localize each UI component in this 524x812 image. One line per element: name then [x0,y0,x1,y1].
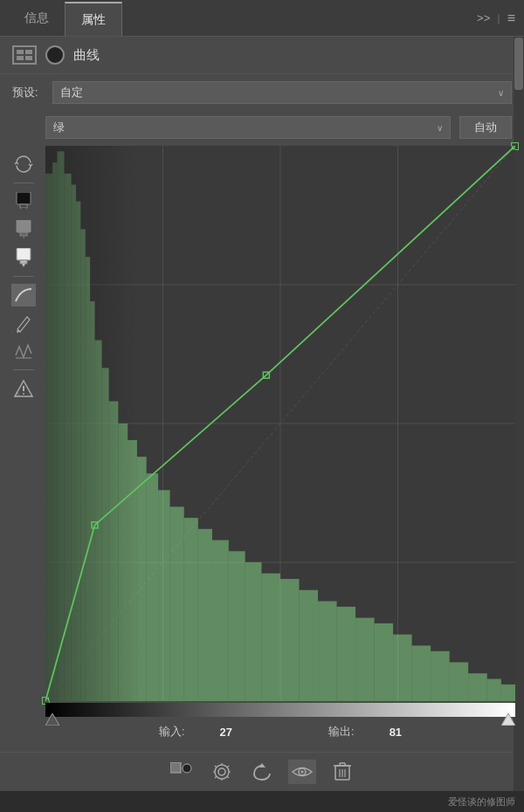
input-label: 输入: [159,724,185,740]
svg-point-63 [301,771,304,774]
slider-right-handle[interactable] [501,713,515,729]
gradient-slider-wrap [45,701,515,717]
smooth-tool[interactable] [11,340,36,362]
curve-drawing-canvas[interactable] [45,146,515,701]
tab-right-controls: >> | ≡ [477,0,524,36]
menu-icon[interactable]: ≡ [507,10,515,26]
preset-row: 预设: 自定 ∨ [0,74,524,111]
svg-marker-55 [45,713,59,726]
slider-left-handle[interactable] [45,713,59,729]
io-row: 输入: 27 输出: 81 [45,717,515,743]
curve-canvas[interactable] [45,146,515,701]
svg-point-12 [23,393,24,395]
reset-button[interactable] [248,760,276,784]
curve-tool[interactable] [11,284,36,306]
watermark: 爱怪谈的修图师 [0,791,524,812]
auto-button[interactable]: 自动 [459,116,512,139]
tab-info[interactable]: 信息 [9,0,65,36]
eyedropper-gray-tool[interactable] [11,218,36,241]
curve-canvas-wrap: 输入: 27 输出: 81 [45,146,515,743]
svg-rect-7 [20,260,27,264]
bottom-toolbar [0,752,524,791]
input-value: 27 [220,726,232,739]
svg-rect-1 [20,204,27,208]
watermark-text: 爱怪谈的修图师 [448,795,515,809]
expand-icon[interactable]: >> [477,11,490,24]
warning-tool[interactable]: ⚠ [11,377,36,400]
preset-label: 预设: [12,85,44,100]
channel-row: 绿 ∨ 自动 [0,111,524,146]
svg-text:⚠: ⚠ [14,390,20,398]
tab-bar: 信息 属性 >> | ≡ [0,0,524,37]
pencil-tool[interactable] [11,312,36,334]
tab-properties-label: 属性 [81,12,106,28]
eyedropper-white-tool[interactable] [11,246,36,269]
auto-button-label: 自动 [474,120,497,135]
svg-rect-4 [20,232,27,236]
preset-select[interactable]: 自定 ∨ [52,81,512,104]
preset-chevron: ∨ [498,88,504,98]
svg-rect-57 [170,762,181,773]
eye-watch-button[interactable] [208,760,236,784]
svg-marker-2 [22,208,25,211]
properties-panel: 曲线 预设: 自定 ∨ 绿 ∨ 自动 [0,37,524,791]
preset-value: 自定 [60,85,83,100]
grid-icon[interactable] [12,45,37,65]
channel-select[interactable]: 绿 ∨ [45,116,451,139]
reset-tool[interactable] [11,153,36,175]
delete-button[interactable] [328,760,356,784]
svg-marker-56 [501,713,515,726]
svg-rect-6 [17,248,31,260]
circle-icon[interactable] [45,45,65,65]
output-label: 输出: [328,724,355,740]
svg-marker-8 [22,264,25,267]
scrollbar-thumb[interactable] [514,38,523,90]
svg-point-59 [215,765,229,779]
mask-button[interactable] [168,760,196,784]
channel-value: 绿 [53,120,65,135]
panel-header: 曲线 [0,37,524,74]
channel-chevron: ∨ [437,123,443,133]
tab-properties[interactable]: 属性 [65,2,122,36]
eyedropper-black-tool[interactable] [11,190,36,213]
output-value: 81 [390,726,402,739]
tab-info-label: 信息 [24,10,49,26]
panel-title: 曲线 [73,47,100,64]
svg-rect-0 [17,192,31,204]
gradient-slider [45,703,515,717]
svg-marker-5 [22,236,25,239]
svg-rect-3 [17,220,31,232]
svg-point-60 [218,768,225,775]
eye-button[interactable] [288,760,316,784]
left-toolbar: ⚠ [9,146,38,743]
curve-section: ⚠ [0,146,524,752]
svg-rect-58 [183,764,191,773]
